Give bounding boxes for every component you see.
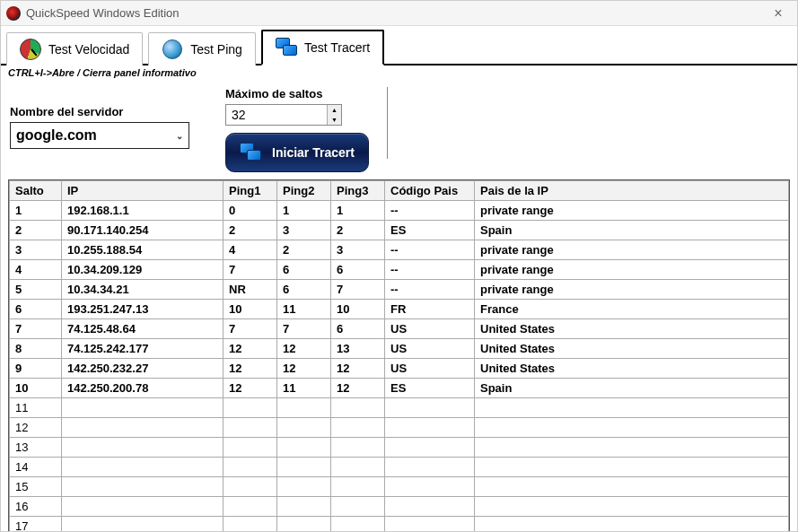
spinner-up-icon[interactable]: ▲: [328, 105, 341, 115]
col-pais[interactable]: Pais de la IP: [475, 181, 789, 201]
table-row[interactable]: 774.125.48.64776USUnited States: [10, 319, 789, 339]
cell-p1: 2: [224, 221, 277, 240]
table-row[interactable]: 10142.250.200.78121112ESSpain: [10, 379, 789, 398]
table-row[interactable]: 310.255.188.54423--private range: [10, 240, 789, 260]
table-row[interactable]: 11: [10, 398, 789, 418]
cell-cod: ES: [385, 379, 475, 398]
col-ping2[interactable]: Ping2: [277, 181, 331, 201]
cell-ip: 10.255.188.54: [62, 240, 224, 260]
cell-p1: NR: [224, 280, 277, 300]
cell-ip: [62, 477, 224, 497]
cell-p1: [224, 497, 277, 517]
server-combo[interactable]: google.com ⌄: [10, 122, 189, 149]
cell-p2: 12: [277, 359, 331, 379]
cell-ip: 90.171.140.254: [62, 221, 224, 240]
cell-p3: 12: [331, 359, 385, 379]
cell-p3: [331, 477, 385, 497]
tab-bar: Test Velocidad Test Ping Test Tracert: [1, 26, 797, 65]
col-salto[interactable]: Salto: [10, 181, 62, 201]
cell-salto: 1: [10, 201, 62, 221]
cell-cod: --: [385, 280, 475, 300]
col-codigo[interactable]: Código Pais: [385, 181, 475, 201]
monitors-icon: [276, 38, 297, 57]
table-row[interactable]: 6193.251.247.13101110FRFrance: [10, 300, 789, 319]
col-ping3[interactable]: Ping3: [331, 181, 385, 201]
server-value: google.com: [16, 127, 97, 144]
hops-spinner[interactable]: 32 ▲ ▼: [225, 104, 342, 126]
cell-p2: [277, 398, 331, 418]
tab-label: Test Tracert: [304, 40, 370, 55]
table-row[interactable]: 17: [10, 517, 789, 533]
cell-p2: 2: [277, 240, 331, 260]
cell-pais: [475, 477, 789, 497]
cell-ip: 142.250.232.27: [62, 359, 224, 379]
shortcut-hint: CTRL+I->Abre / Cierra panel informativo: [1, 65, 797, 80]
col-ping1[interactable]: Ping1: [224, 181, 277, 201]
cell-p3: 10: [331, 300, 385, 319]
table-row[interactable]: 290.171.140.254232ESSpain: [10, 221, 789, 240]
cell-pais: United States: [475, 319, 789, 339]
divider: [387, 87, 388, 159]
cell-cod: [385, 398, 475, 418]
cell-p1: [224, 438, 277, 458]
cell-p1: 10: [224, 300, 277, 319]
cell-p2: [277, 497, 331, 517]
cell-p1: [224, 477, 277, 497]
table-row[interactable]: 12: [10, 418, 789, 438]
cell-ip: 74.125.242.177: [62, 339, 224, 359]
table-row[interactable]: 14: [10, 458, 789, 477]
cell-pais: [475, 517, 789, 533]
close-button[interactable]: ×: [765, 5, 792, 22]
cell-pais: Spain: [475, 221, 789, 240]
table-row[interactable]: 1192.168.1.1011--private range: [10, 201, 789, 221]
cell-ip: [62, 398, 224, 418]
cell-p3: 7: [331, 280, 385, 300]
spinner-down-icon[interactable]: ▼: [328, 115, 341, 125]
hops-value: 32: [232, 108, 246, 122]
table-row[interactable]: 410.34.209.129766--private range: [10, 260, 789, 280]
table-row[interactable]: 9142.250.232.27121212USUnited States: [10, 359, 789, 379]
cell-p3: [331, 438, 385, 458]
results-grid[interactable]: Salto IP Ping1 Ping2 Ping3 Código Pais P…: [8, 179, 790, 532]
tab-velocidad[interactable]: Test Velocidad: [6, 32, 143, 65]
hops-label: Máximo de saltos: [225, 87, 369, 100]
cell-cod: [385, 418, 475, 438]
cell-p3: [331, 497, 385, 517]
table-row[interactable]: 874.125.242.177121213USUnited States: [10, 339, 789, 359]
table-row[interactable]: 13: [10, 438, 789, 458]
app-icon: [6, 6, 21, 21]
cell-ip: 192.168.1.1: [62, 201, 224, 221]
controls-panel: Nombre del servidor google.com ⌄ Máximo …: [1, 80, 797, 179]
cell-pais: United States: [475, 359, 789, 379]
table-row[interactable]: 16: [10, 497, 789, 517]
cell-cod: US: [385, 339, 475, 359]
cell-salto: 9: [10, 359, 62, 379]
col-ip[interactable]: IP: [62, 181, 224, 201]
cell-p3: 2: [331, 221, 385, 240]
cell-pais: private range: [475, 260, 789, 280]
cell-p3: [331, 517, 385, 533]
cell-salto: 16: [10, 497, 62, 517]
cell-p2: 1: [277, 201, 331, 221]
tab-label: Test Ping: [190, 42, 242, 57]
cell-ip: 74.125.48.64: [62, 319, 224, 339]
cell-cod: [385, 517, 475, 533]
cell-cod: [385, 477, 475, 497]
cell-salto: 13: [10, 438, 62, 458]
cell-salto: 17: [10, 517, 62, 533]
cell-ip: [62, 517, 224, 533]
tab-tracert[interactable]: Test Tracert: [261, 30, 384, 65]
start-tracert-button[interactable]: Iniciar Tracert: [225, 133, 369, 172]
cell-p1: 7: [224, 260, 277, 280]
cell-ip: 10.34.209.129: [62, 260, 224, 280]
cell-cod: [385, 458, 475, 477]
table-row[interactable]: 510.34.34.21NR67--private range: [10, 280, 789, 300]
cell-pais: [475, 497, 789, 517]
server-label: Nombre del servidor: [10, 105, 189, 118]
cell-p3: 6: [331, 260, 385, 280]
table-row[interactable]: 15: [10, 477, 789, 497]
cell-pais: United States: [475, 339, 789, 359]
cell-salto: 6: [10, 300, 62, 319]
cell-pais: [475, 438, 789, 458]
tab-ping[interactable]: Test Ping: [148, 32, 256, 65]
